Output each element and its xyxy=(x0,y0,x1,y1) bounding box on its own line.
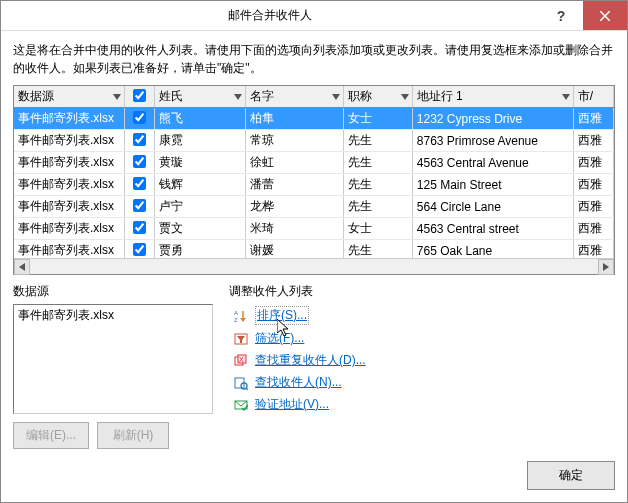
cell-lastname: 贾文 xyxy=(155,218,246,240)
close-icon xyxy=(600,11,610,21)
cell-source: 事件邮寄列表.xlsx xyxy=(14,196,125,218)
filter-action[interactable]: 筛选(F)... xyxy=(233,330,615,347)
col-header-city[interactable]: 市/ xyxy=(573,86,613,108)
col-header-city-label: 市/ xyxy=(578,89,593,103)
col-header-lastname-label: 姓氏 xyxy=(159,89,183,103)
filter-icon xyxy=(233,331,249,347)
cell-check xyxy=(125,130,155,152)
svg-marker-7 xyxy=(19,263,25,271)
chevron-down-icon[interactable] xyxy=(234,94,242,100)
cell-lastname: 贾勇 xyxy=(155,240,246,259)
cell-source: 事件邮寄列表.xlsx xyxy=(14,218,125,240)
cell-firstname: 徐虹 xyxy=(245,152,344,174)
row-checkbox[interactable] xyxy=(133,199,146,212)
data-source-buttons: 编辑(E)... 刷新(H) xyxy=(13,422,213,449)
cell-address: 125 Main Street xyxy=(412,174,573,196)
table-row[interactable]: 事件邮寄列表.xlsx钱辉潘蕾先生125 Main Street西雅 xyxy=(14,174,614,196)
sort-action[interactable]: AZ 排序(S)... xyxy=(233,306,615,325)
table-row[interactable]: 事件邮寄列表.xlsx卢宁龙桦先生564 Circle Lane西雅 xyxy=(14,196,614,218)
cell-address: 4563 Central street xyxy=(412,218,573,240)
horizontal-scrollbar[interactable] xyxy=(14,258,614,274)
find-icon xyxy=(233,375,249,391)
table-row[interactable]: 事件邮寄列表.xlsx熊飞柏隼女士1232 Cypress Drive西雅 xyxy=(14,108,614,130)
actions-panel: 调整收件人列表 AZ 排序(S)... 筛选(F)... X 查找重复收件人(D… xyxy=(229,283,615,449)
table-row[interactable]: 事件邮寄列表.xlsx贾文米琦女士4563 Central street西雅 xyxy=(14,218,614,240)
validate-link[interactable]: 验证地址(V)... xyxy=(255,396,329,413)
chevron-down-icon[interactable] xyxy=(113,94,121,100)
data-source-list[interactable]: 事件邮寄列表.xlsx xyxy=(13,304,213,414)
col-header-title[interactable]: 职称 xyxy=(344,86,412,108)
svg-line-20 xyxy=(246,388,248,390)
row-checkbox[interactable] xyxy=(133,111,146,124)
scroll-left-button[interactable] xyxy=(14,259,30,275)
cell-source: 事件邮寄列表.xlsx xyxy=(14,108,125,130)
data-source-item[interactable]: 事件邮寄列表.xlsx xyxy=(18,307,208,324)
table-row[interactable]: 事件邮寄列表.xlsx康霓常琼先生8763 Primrose Avenue西雅 xyxy=(14,130,614,152)
find-recipient-action[interactable]: 查找收件人(N)... xyxy=(233,374,615,391)
cell-firstname: 米琦 xyxy=(245,218,344,240)
validate-icon xyxy=(233,397,249,413)
cell-city: 西雅 xyxy=(573,218,613,240)
scroll-right-button[interactable] xyxy=(598,259,614,275)
cell-title: 先生 xyxy=(344,152,412,174)
cell-lastname: 黄璇 xyxy=(155,152,246,174)
col-header-firstname[interactable]: 名字 xyxy=(245,86,344,108)
cell-address: 765 Oak Lane xyxy=(412,240,573,259)
find-duplicates-action[interactable]: X 查找重复收件人(D)... xyxy=(233,352,615,369)
edit-button[interactable]: 编辑(E)... xyxy=(13,422,89,449)
close-button[interactable] xyxy=(583,1,627,30)
svg-marker-14 xyxy=(237,336,245,343)
find-recipient-link[interactable]: 查找收件人(N)... xyxy=(255,374,342,391)
cell-title: 先生 xyxy=(344,196,412,218)
help-button[interactable]: ? xyxy=(539,1,583,30)
cell-title: 先生 xyxy=(344,130,412,152)
col-header-source[interactable]: 数据源 xyxy=(14,86,125,108)
col-header-address[interactable]: 地址行 1 xyxy=(412,86,573,108)
cell-address: 564 Circle Lane xyxy=(412,196,573,218)
row-checkbox[interactable] xyxy=(133,133,146,146)
cell-check xyxy=(125,196,155,218)
cell-firstname: 龙桦 xyxy=(245,196,344,218)
col-header-check[interactable] xyxy=(125,86,155,108)
filter-link[interactable]: 筛选(F)... xyxy=(255,330,304,347)
titlebar-controls: ? xyxy=(539,1,627,30)
cell-title: 女士 xyxy=(344,218,412,240)
refresh-button[interactable]: 刷新(H) xyxy=(97,422,169,449)
table-row[interactable]: 事件邮寄列表.xlsx贾勇谢媛先生765 Oak Lane西雅 xyxy=(14,240,614,259)
grid-scroll: 数据源 姓氏 名字 职称 地址行 1 市/ 事件邮寄列表.xlsx熊飞柏隼女士1… xyxy=(14,86,614,258)
actions-label: 调整收件人列表 xyxy=(229,283,615,300)
recipient-table: 数据源 姓氏 名字 职称 地址行 1 市/ 事件邮寄列表.xlsx熊飞柏隼女士1… xyxy=(14,86,614,258)
dialog-window: 邮件合并收件人 ? 这是将在合并中使用的收件人列表。请使用下面的选项向列表添加项… xyxy=(0,0,628,503)
data-source-panel: 数据源 事件邮寄列表.xlsx 编辑(E)... 刷新(H) xyxy=(13,283,213,449)
row-checkbox[interactable] xyxy=(133,221,146,234)
row-checkbox[interactable] xyxy=(133,243,146,256)
svg-marker-8 xyxy=(603,263,609,271)
cell-firstname: 柏隼 xyxy=(245,108,344,130)
cell-check xyxy=(125,174,155,196)
svg-text:A: A xyxy=(234,310,238,316)
validate-action[interactable]: 验证地址(V)... xyxy=(233,396,615,413)
cell-check xyxy=(125,152,155,174)
dialog-title: 邮件合并收件人 xyxy=(1,7,539,24)
find-duplicates-link[interactable]: 查找重复收件人(D)... xyxy=(255,352,366,369)
chevron-down-icon[interactable] xyxy=(401,94,409,100)
cell-address: 8763 Primrose Avenue xyxy=(412,130,573,152)
svg-marker-3 xyxy=(234,94,242,100)
recipient-grid: 数据源 姓氏 名字 职称 地址行 1 市/ 事件邮寄列表.xlsx熊飞柏隼女士1… xyxy=(13,85,615,275)
cell-source: 事件邮寄列表.xlsx xyxy=(14,130,125,152)
ok-button[interactable]: 确定 xyxy=(527,461,615,490)
chevron-down-icon[interactable] xyxy=(562,94,570,100)
row-checkbox[interactable] xyxy=(133,155,146,168)
select-all-checkbox[interactable] xyxy=(133,89,146,102)
col-header-firstname-label: 名字 xyxy=(250,89,274,103)
table-row[interactable]: 事件邮寄列表.xlsx黄璇徐虹先生4563 Central Avenue西雅 xyxy=(14,152,614,174)
lower-panels: 数据源 事件邮寄列表.xlsx 编辑(E)... 刷新(H) 调整收件人列表 A… xyxy=(13,283,615,449)
row-checkbox[interactable] xyxy=(133,177,146,190)
scroll-track[interactable] xyxy=(30,259,598,274)
col-header-lastname[interactable]: 姓氏 xyxy=(155,86,246,108)
cell-city: 西雅 xyxy=(573,240,613,259)
chevron-down-icon[interactable] xyxy=(332,94,340,100)
sort-link[interactable]: 排序(S)... xyxy=(257,308,307,322)
cell-source: 事件邮寄列表.xlsx xyxy=(14,152,125,174)
data-source-label: 数据源 xyxy=(13,283,213,300)
